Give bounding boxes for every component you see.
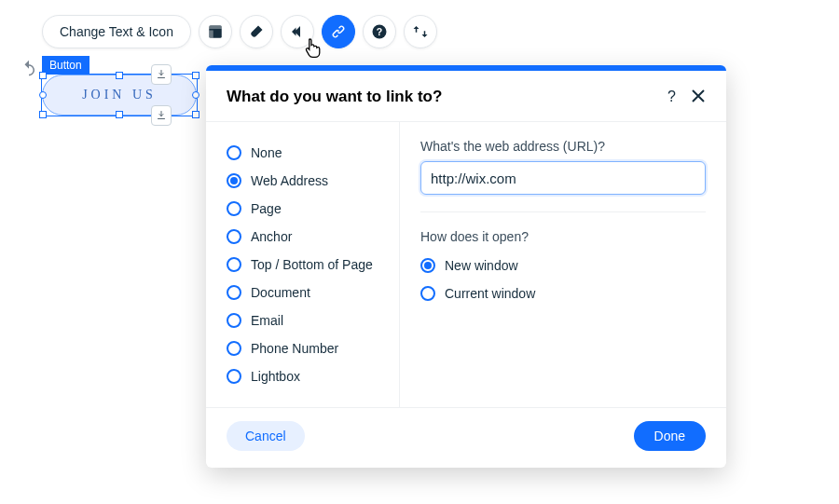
radio-icon xyxy=(227,313,241,328)
radio-current-window[interactable]: Current window xyxy=(420,279,706,307)
radio-icon xyxy=(227,257,241,272)
radio-icon xyxy=(227,341,241,356)
url-field-label: What's the web address (URL)? xyxy=(420,139,706,154)
download-icon xyxy=(156,69,167,80)
more-button[interactable] xyxy=(404,15,437,48)
radio-none[interactable]: None xyxy=(227,139,390,167)
element-type-badge: Button xyxy=(42,56,89,75)
svg-text:?: ? xyxy=(377,26,382,37)
dialog-footer: Cancel Done xyxy=(206,407,726,468)
radio-icon xyxy=(420,286,435,301)
close-icon xyxy=(691,89,706,103)
radio-icon xyxy=(227,173,241,188)
radio-label: Page xyxy=(251,201,282,216)
radio-document[interactable]: Document xyxy=(227,279,390,306)
help-button[interactable]: ? xyxy=(363,15,396,48)
radio-page[interactable]: Page xyxy=(227,195,390,223)
dialog-help-button[interactable]: ? xyxy=(667,89,676,104)
radio-label: Top / Bottom of Page xyxy=(251,257,373,272)
swap-icon xyxy=(412,23,429,40)
radio-icon xyxy=(227,369,241,384)
undo-button[interactable] xyxy=(21,60,39,78)
change-text-and-icon-label: Change Text & Icon xyxy=(60,24,173,39)
radio-anchor[interactable]: Anchor xyxy=(227,223,390,251)
resize-handle-tr[interactable] xyxy=(192,72,199,79)
radio-top-bottom[interactable]: Top / Bottom of Page xyxy=(227,251,390,279)
radio-icon xyxy=(420,258,435,273)
paintbrush-icon xyxy=(248,23,265,40)
radio-label: Current window xyxy=(445,286,535,301)
radio-label: Email xyxy=(251,313,283,328)
link-icon xyxy=(330,23,347,40)
radio-new-window[interactable]: New window xyxy=(420,252,706,279)
radio-phone[interactable]: Phone Number xyxy=(227,334,390,362)
open-mode-label: How does it open? xyxy=(420,229,706,244)
dialog-header: What do you want to link to? ? xyxy=(206,71,726,122)
radio-label: None xyxy=(251,145,282,160)
radio-icon xyxy=(227,201,241,216)
selected-element: Button JOIN US xyxy=(42,56,197,116)
help-circle-icon: ? xyxy=(371,23,388,40)
done-button[interactable]: Done xyxy=(634,421,706,451)
url-input[interactable] xyxy=(420,161,706,195)
attach-bottom-button[interactable] xyxy=(151,105,172,126)
layout-button[interactable] xyxy=(199,15,232,48)
design-button[interactable] xyxy=(240,15,273,48)
radio-label: New window xyxy=(445,258,518,273)
download-icon xyxy=(156,110,167,121)
resize-handle-br[interactable] xyxy=(192,111,199,118)
element-toolbar: Change Text & Icon ? xyxy=(42,15,437,48)
link-type-list: None Web Address Page Anchor Top / Botto… xyxy=(206,122,400,407)
layout-icon xyxy=(207,23,224,40)
radio-icon xyxy=(227,285,241,300)
radio-label: Lightbox xyxy=(251,369,300,384)
attach-top-button[interactable] xyxy=(151,64,172,85)
change-text-and-icon-button[interactable]: Change Text & Icon xyxy=(42,15,191,48)
radio-label: Anchor xyxy=(251,229,292,244)
radio-icon xyxy=(227,145,241,160)
svg-rect-2 xyxy=(209,31,213,38)
divider xyxy=(420,211,706,212)
radio-lightbox[interactable]: Lightbox xyxy=(227,362,390,390)
resize-handle-bl[interactable] xyxy=(39,111,47,118)
dialog-close-button[interactable] xyxy=(691,89,706,106)
resize-handle-t[interactable] xyxy=(116,72,123,79)
radio-label: Phone Number xyxy=(251,341,338,356)
resize-handle-b[interactable] xyxy=(116,111,123,118)
dialog-title: What do you want to link to? xyxy=(227,88,442,106)
radio-label: Document xyxy=(251,285,310,300)
join-us-button[interactable]: JOIN US xyxy=(42,75,197,116)
cancel-button[interactable]: Cancel xyxy=(227,421,305,451)
link-dialog: What do you want to link to? ? None Web … xyxy=(206,65,726,468)
link-settings-panel: What's the web address (URL)? How does i… xyxy=(400,122,726,407)
resize-handle-l[interactable] xyxy=(39,91,47,99)
radio-label: Web Address xyxy=(251,173,328,188)
animation-button[interactable] xyxy=(281,15,314,48)
radio-web-address[interactable]: Web Address xyxy=(227,167,390,195)
radio-icon xyxy=(227,229,241,244)
resize-handle-r[interactable] xyxy=(192,91,199,99)
animation-icon xyxy=(289,23,306,40)
svg-rect-1 xyxy=(209,25,222,29)
resize-handle-tl[interactable] xyxy=(39,72,47,79)
undo-icon xyxy=(21,60,37,76)
radio-email[interactable]: Email xyxy=(227,306,390,334)
link-button[interactable] xyxy=(322,15,355,48)
